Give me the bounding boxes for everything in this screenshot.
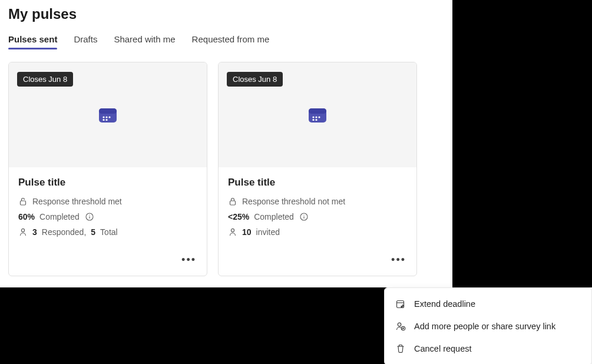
trash-icon	[395, 343, 406, 354]
svg-point-2	[102, 116, 104, 118]
tab-requested-from-me[interactable]: Requested from me	[192, 34, 270, 49]
svg-point-18	[315, 119, 317, 121]
svg-point-5	[102, 119, 104, 121]
svg-point-4	[108, 116, 110, 118]
card-footer: •••	[9, 249, 207, 276]
menu-item-add-people[interactable]: Add more people or share survey link	[385, 315, 591, 337]
info-icon	[300, 213, 308, 221]
pulse-icon	[307, 106, 328, 124]
closes-badge: Closes Jun 8	[227, 72, 283, 87]
cards-row: Closes Jun 8 Pulse title	[8, 62, 444, 276]
info-icon	[85, 213, 94, 221]
total-label: Total	[100, 227, 118, 237]
svg-point-10	[89, 215, 90, 216]
more-button[interactable]: •••	[179, 252, 199, 267]
lock-open-icon	[18, 197, 28, 206]
svg-rect-13	[309, 108, 326, 114]
person-icon	[18, 227, 28, 237]
threshold-row: Response threshold not met	[228, 197, 407, 206]
menu-item-label: Cancel request	[414, 344, 472, 353]
svg-point-26	[398, 323, 401, 326]
svg-point-11	[21, 229, 24, 231]
completed-row: <25% Completed	[228, 212, 407, 221]
background-panel-right	[452, 0, 592, 287]
context-menu: Extend deadline Add more people or share…	[384, 287, 592, 364]
card-hero: Closes Jun 8	[219, 62, 416, 167]
card-body: Pulse title Response threshold met 60% C…	[9, 167, 207, 249]
tabs: Pulses sent Drafts Shared with me Reques…	[8, 34, 444, 49]
svg-rect-19	[230, 201, 236, 205]
threshold-label: Response threshold met	[32, 197, 122, 206]
card-body: Pulse title Response threshold not met <…	[219, 167, 416, 249]
pulse-card[interactable]: Closes Jun 8 Pulse title	[8, 62, 207, 276]
svg-point-14	[312, 116, 314, 118]
completed-pct: <25%	[228, 212, 249, 221]
pulse-icon	[98, 106, 118, 124]
people-row: 3 Responded, 5 Total	[18, 227, 197, 237]
completed-label: Completed	[39, 212, 80, 221]
tab-drafts[interactable]: Drafts	[74, 34, 97, 49]
completed-label: Completed	[254, 212, 294, 221]
person-icon	[228, 227, 237, 237]
card-footer: •••	[219, 249, 416, 276]
pulse-title: Pulse title	[18, 177, 197, 188]
svg-point-15	[315, 116, 317, 118]
people-add-icon	[395, 321, 406, 332]
responded-count: 3	[32, 227, 37, 237]
tab-shared-with-me[interactable]: Shared with me	[114, 34, 175, 49]
invited-label: invited	[256, 227, 280, 237]
people-row: 10 invited	[228, 227, 407, 237]
app-container: My pulses Pulses sent Drafts Shared with…	[0, 0, 452, 282]
svg-rect-7	[21, 201, 26, 205]
invited-count: 10	[242, 227, 252, 237]
completed-row: 60% Completed	[18, 212, 197, 221]
threshold-label: Response threshold not met	[242, 197, 345, 206]
menu-item-label: Add more people or share survey link	[414, 322, 555, 331]
menu-item-label: Extend deadline	[414, 299, 475, 309]
responded-label: Responded,	[42, 227, 87, 237]
total-count: 5	[91, 227, 95, 237]
svg-point-16	[318, 116, 320, 118]
svg-point-6	[105, 119, 107, 121]
svg-point-3	[105, 116, 107, 118]
card-hero: Closes Jun 8	[9, 62, 207, 167]
tab-pulses-sent[interactable]: Pulses sent	[8, 34, 57, 49]
closes-badge: Closes Jun 8	[17, 72, 73, 87]
completed-pct: 60%	[18, 212, 35, 221]
svg-point-23	[231, 229, 234, 231]
svg-rect-1	[99, 108, 117, 114]
page-title: My pulses	[8, 6, 444, 22]
menu-item-extend-deadline[interactable]: Extend deadline	[385, 293, 591, 315]
pulse-title: Pulse title	[228, 177, 407, 188]
more-button[interactable]: •••	[389, 252, 408, 267]
menu-item-cancel-request[interactable]: Cancel request	[385, 337, 591, 360]
pulse-card[interactable]: Closes Jun 8 Pulse title	[218, 62, 417, 276]
svg-point-22	[303, 215, 304, 216]
lock-closed-icon	[228, 197, 237, 206]
svg-point-17	[312, 119, 314, 121]
calendar-edit-icon	[395, 299, 406, 309]
threshold-row: Response threshold met	[18, 197, 197, 206]
